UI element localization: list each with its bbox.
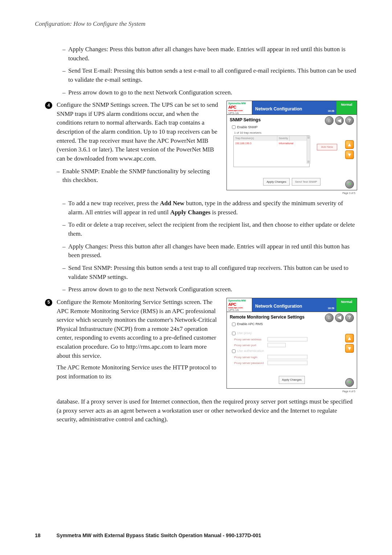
field-label: Proxy server login xyxy=(234,355,265,360)
back-icon[interactable]: ◀ xyxy=(335,313,344,322)
trap-count: 1 of 10 trap receivers xyxy=(234,131,354,135)
screen-title-text: Network Configuration xyxy=(255,106,302,112)
step-number-icon: 5 xyxy=(45,299,52,306)
status-badge: Normal xyxy=(336,101,357,114)
step-5-para-3: database. If a proxy server is used for … xyxy=(57,397,357,424)
bullet-item: Press arrow down to go to the next Netwo… xyxy=(62,88,357,97)
clock: 16:28 xyxy=(328,307,334,310)
proxy-login-input[interactable] xyxy=(268,355,307,359)
arrow-down-icon[interactable]: ▼ xyxy=(345,150,354,159)
proxy-password-input[interactable] xyxy=(268,361,307,365)
ups-label: UPS-1A xyxy=(228,112,250,115)
col-header: Severity xyxy=(277,136,290,141)
table-row[interactable]: 192.168.199.3 Informational xyxy=(234,141,309,146)
bullet-item: Enable SNMP: Enable the SNMP functionali… xyxy=(57,167,220,185)
bullet-item: Send Test E-mail: Pressing this button s… xyxy=(62,66,357,84)
brand-block: Symmetra MW APC www.apc.com UPS-1A xyxy=(227,298,252,312)
apc-logo: APC xyxy=(228,302,250,307)
screen-title-text: Network Configuration xyxy=(255,304,302,309)
apply-changes-button[interactable]: Apply Changes xyxy=(279,376,305,384)
help-icon[interactable]: ? xyxy=(345,116,354,125)
arrow-up-icon[interactable]: ▲ xyxy=(345,334,354,343)
step-number-icon: 4 xyxy=(45,102,52,109)
help-icon[interactable]: ? xyxy=(345,313,354,322)
proxy-port-row: Proxy server port xyxy=(234,343,354,347)
page-footer: 18 Symmetra MW with External Bypass Stat… xyxy=(35,532,357,538)
arrow-up-icon[interactable]: ▲ xyxy=(345,140,354,149)
apply-changes-button[interactable]: Apply Changes xyxy=(263,178,289,186)
page-header: Configuration: How to Configure the Syst… xyxy=(35,20,357,28)
logout-icon[interactable]: ➜ xyxy=(345,180,354,189)
bullet-item: Apply Changes: Press this button after a… xyxy=(62,45,357,63)
col-header: Trap Receiver(s) xyxy=(234,136,277,141)
proxy-login-row: Proxy server login xyxy=(234,355,354,359)
field-label: Proxy server port xyxy=(234,343,265,348)
status-badge: Normal xyxy=(336,298,357,312)
snmp-settings-screenshot: Symmetra MW APC www.apc.com UPS-1A Netwo… xyxy=(226,101,357,190)
checkbox-label: Use proxy xyxy=(237,331,252,336)
send-test-snmp-button[interactable]: Send Test SNMP xyxy=(292,178,320,186)
step-5-text: Configure the Remote Monitoring Service … xyxy=(57,298,220,381)
bullet-item: To edit or delete a trap receiver, selec… xyxy=(62,220,357,238)
arrow-down-icon[interactable]: ▼ xyxy=(345,344,354,353)
checkbox-label: Enable SNMP xyxy=(237,125,258,130)
field-label: Proxy server address xyxy=(234,337,265,342)
home-icon[interactable]: ⌂ xyxy=(325,313,334,322)
brand-block: Symmetra MW APC www.apc.com UPS-1A xyxy=(227,101,252,114)
screen-title: Network Configuration 16:28 xyxy=(252,298,336,312)
proxy-address-row: Proxy server address xyxy=(234,337,354,341)
checkbox-input[interactable] xyxy=(232,349,236,353)
checkbox-input[interactable] xyxy=(232,323,236,326)
use-auth-checkbox[interactable]: Use authentication xyxy=(232,349,354,353)
logout-icon[interactable]: ➜ xyxy=(345,378,354,387)
product-name: Symmetra MW xyxy=(228,102,250,105)
proxy-port-input[interactable] xyxy=(268,343,286,347)
intro-bullets: Apply Changes: Press this button after a… xyxy=(62,45,357,97)
page-number: 18 xyxy=(35,532,41,538)
bullet-item: To add a new trap receiver, press the Ad… xyxy=(62,199,357,217)
bullet-item: Send Test SNMP: Pressing this button sen… xyxy=(62,264,357,281)
proxy-address-input[interactable] xyxy=(268,337,307,341)
checkbox-input[interactable] xyxy=(232,125,236,129)
use-proxy-checkbox[interactable]: Use proxy xyxy=(232,331,354,336)
step-4-text: Configure the SNMP Settings screen. The … xyxy=(57,101,220,189)
checkbox-label: Enable APC RMS xyxy=(237,322,263,327)
step-4-row: 4 Configure the SNMP Settings screen. Th… xyxy=(35,101,357,195)
ups-label: UPS-1A xyxy=(228,309,250,312)
step-5-para-1: Configure the Remote Monitoring Service … xyxy=(57,298,220,360)
checkbox-label: Use authentication xyxy=(237,349,264,353)
clock: 16:28 xyxy=(328,109,334,113)
rms-settings-screenshot: Symmetra MW APC www.apc.com UPS-1A Netwo… xyxy=(226,298,357,389)
cell-severity: Informational xyxy=(277,141,295,146)
enable-rms-checkbox[interactable]: Enable APC RMS xyxy=(232,322,354,327)
checkbox-input[interactable] xyxy=(232,332,236,335)
step-5-para-2: The APC Remote Monitoring Service uses t… xyxy=(57,363,220,381)
main-content: Apply Changes: Press this button after a… xyxy=(35,45,357,424)
screen-title: Network Configuration 16:28 xyxy=(252,101,336,114)
pager: Page 4 of 5 xyxy=(342,390,355,393)
step-5-row: 5 Configure the Remote Monitoring Servic… xyxy=(35,298,357,394)
product-name: Symmetra MW xyxy=(228,299,250,302)
field-label: Proxy server password xyxy=(234,361,265,365)
step-4-para: Configure the SNMP Settings screen. The … xyxy=(57,101,218,162)
add-new-button[interactable]: Add New xyxy=(317,144,337,150)
proxy-password-row: Proxy server password xyxy=(234,361,354,365)
step-4-bullets: To add a new trap receiver, press the Ad… xyxy=(62,199,357,294)
back-icon[interactable]: ◀ xyxy=(335,116,344,125)
scrollbar[interactable] xyxy=(307,136,310,163)
bullet-item: Press arrow down to go to the next Netwo… xyxy=(62,285,357,294)
footer-title: Symmetra MW with External Bypass Static … xyxy=(57,532,261,538)
enable-snmp-checkbox[interactable]: Enable SNMP xyxy=(232,125,354,130)
cell-ip: 192.168.199.3 xyxy=(234,141,277,146)
pager: Page 3 of 5 xyxy=(342,191,355,195)
home-icon[interactable]: ⌂ xyxy=(325,116,334,125)
bullet-item: Apply Changes: Press this button after a… xyxy=(62,242,357,260)
apc-logo: APC xyxy=(228,105,250,109)
trap-receiver-table: Trap Receiver(s) Severity 192.168.199.3 … xyxy=(233,135,310,167)
